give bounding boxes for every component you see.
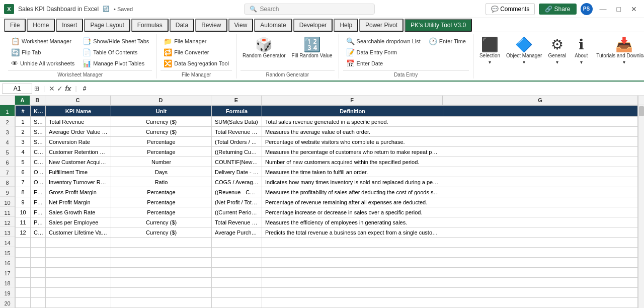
cell-row10-b[interactable]: Financial Metrics — [31, 207, 46, 217]
formula-confirm-icon[interactable]: ✓ — [57, 85, 63, 93]
cell-row1-b[interactable]: Sales Performance — [31, 117, 46, 127]
col-header-f[interactable]: F — [262, 96, 443, 105]
cell-row12-d[interactable]: Currency ($) — [111, 227, 212, 238]
cell-row1-a[interactable]: 1 — [16, 117, 31, 127]
enter-time-btn[interactable]: 🕐 Enter Time — [426, 36, 469, 46]
show-hide-tabs-btn[interactable]: 📑 Show/Hide Sheet Tabs — [79, 36, 152, 46]
cell-row5-a[interactable]: 5 — [16, 157, 31, 167]
file-manager-btn[interactable]: 📁 File Manager — [160, 36, 232, 46]
cell-row6-f[interactable]: Measures the time taken to fulfill an or… — [262, 167, 443, 177]
cell-row11-d[interactable]: Currency ($) — [111, 217, 212, 227]
object-manager-btn[interactable]: 🔷 Object Manager ▾ — [504, 36, 544, 66]
cell-row8-c[interactable]: Gross Profit Margin — [46, 187, 111, 197]
cell-row12-a[interactable]: 12 — [16, 227, 31, 238]
search-input[interactable] — [260, 6, 361, 13]
cell-row9-c[interactable]: Net Profit Margin — [46, 197, 111, 207]
fill-random-btn[interactable]: 🔢 Fill Random Value — [290, 36, 335, 60]
cell-row7-b[interactable]: Operational Metrics — [31, 177, 46, 187]
cell-row6-b[interactable]: Operational Metrics — [31, 167, 46, 177]
cell-row2-e[interactable]: Total Revenue / Total Orders — [212, 127, 262, 137]
searchable-dropdown-btn[interactable]: 🔍 Searchable dropdown List — [343, 36, 424, 46]
manage-pivot-btn[interactable]: 📊 Manage Pivot Tables — [79, 58, 152, 68]
flip-tab-btn[interactable]: 🔄 Flip Tab — [8, 47, 77, 57]
cell-row11-f[interactable]: Measures the efficiency of employees in … — [262, 217, 443, 227]
cell-row11-b[interactable]: Productivity — [31, 217, 46, 227]
header-definition[interactable]: Definition — [262, 106, 443, 117]
header-kpi-group[interactable]: KPI Group — [31, 106, 46, 117]
cell-row10-c[interactable]: Sales Growth Rate — [46, 207, 111, 217]
cell-row10-e[interactable]: ((Current Period Sales - Previous Period… — [212, 207, 262, 217]
cell-row10-a[interactable]: 10 — [16, 207, 31, 217]
menu-pk-utility[interactable]: PK's Utility Tool V3.0 — [405, 19, 472, 32]
cell-row5-b[interactable]: Customer Metrics — [31, 157, 46, 167]
menu-page-layout[interactable]: Page Layout — [84, 19, 130, 32]
cell-row8-e[interactable]: ((Revenue - COGS) / Revenue) * 100 — [212, 187, 262, 197]
cell-row5-e[interactable]: COUNTIF(New Customers) — [212, 157, 262, 167]
cell-row3-e[interactable]: (Total Orders / Total Visits) * 100 — [212, 137, 262, 147]
col-header-d[interactable]: D — [111, 96, 211, 105]
menu-insert[interactable]: Insert — [56, 19, 83, 32]
cell-row7-d[interactable]: Ratio — [111, 177, 212, 187]
menu-data[interactable]: Data — [170, 19, 194, 32]
header-formula[interactable]: Formula — [212, 106, 262, 117]
restore-button[interactable]: □ — [614, 4, 624, 14]
scroll-thumb[interactable] — [639, 106, 644, 116]
minimize-button[interactable]: — — [597, 4, 610, 14]
cell-row6-c[interactable]: Fulfillment Time — [46, 167, 111, 177]
cell-row6-e[interactable]: Delivery Date - Order Date — [212, 167, 262, 177]
cell-row1-c[interactable]: Total Revenue — [46, 117, 111, 127]
cell-row8-d[interactable]: Percentage — [111, 187, 212, 197]
data-entry-form-btn[interactable]: 📝 Data Entry Form — [343, 47, 424, 57]
header-unit[interactable]: Unit — [111, 106, 212, 117]
col-header-e[interactable]: E — [211, 96, 262, 105]
cell-row12-f[interactable]: Predicts the total revenue a business ca… — [262, 227, 443, 238]
col-header-a[interactable]: A — [15, 96, 30, 105]
cell-row8-f[interactable]: Measures the profitability of sales afte… — [262, 187, 443, 197]
cell-row12-c[interactable]: Customer Lifetime Value (CLV) — [46, 227, 111, 238]
cell-row8-b[interactable]: Financial Metrics — [31, 187, 46, 197]
menu-home[interactable]: Home — [27, 19, 55, 32]
cell-row10-f[interactable]: Percentage increase or decrease in sales… — [262, 207, 443, 217]
cell-row3-c[interactable]: Conversion Rate — [46, 137, 111, 147]
cell-row7-e[interactable]: COGS / Average Inventory — [212, 177, 262, 187]
cell-row3-f[interactable]: Percentage of website visitors who compl… — [262, 137, 443, 147]
cell-row11-c[interactable]: Sales per Employee — [46, 217, 111, 227]
enter-date-btn[interactable]: 📅 Enter Date — [343, 58, 424, 68]
menu-automate[interactable]: Automate — [254, 19, 292, 32]
cell-row7-f[interactable]: Indicates how many times inventory is so… — [262, 177, 443, 187]
general-btn[interactable]: ⚙ General ▾ — [546, 36, 568, 66]
cell-row4-a[interactable]: 4 — [16, 147, 31, 157]
cell-row11-a[interactable]: 11 — [16, 217, 31, 227]
cell-reference[interactable] — [2, 84, 32, 94]
cell-row9-e[interactable]: (Net Profit / Total Revenue) * 100 — [212, 197, 262, 207]
cell-row4-d[interactable]: Percentage — [111, 147, 212, 157]
cell-row2-c[interactable]: Average Order Value (AOV) — [46, 127, 111, 137]
vertical-scrollbar[interactable] — [638, 105, 644, 308]
header-kpi-name[interactable]: KPI Name — [46, 106, 111, 117]
random-generator-btn[interactable]: 🎲 Random Generator — [240, 36, 288, 60]
cell-row4-f[interactable]: Measures the percentage of customers who… — [262, 147, 443, 157]
menu-formulas[interactable]: Formulas — [131, 19, 169, 32]
search-box[interactable]: 🔍 — [244, 4, 375, 15]
cell-row3-d[interactable]: Percentage — [111, 137, 212, 147]
header-hash[interactable]: # — [16, 106, 31, 117]
cell-row5-f[interactable]: Number of new customers acquired within … — [262, 157, 443, 167]
cell-row11-e[interactable]: Total Revenue / Number of Employees — [212, 217, 262, 227]
close-button[interactable]: ✕ — [628, 4, 640, 14]
cell-row4-c[interactable]: Customer Retention Rate — [46, 147, 111, 157]
about-btn[interactable]: ℹ About ▾ — [570, 36, 592, 66]
cell-row2-f[interactable]: Measures the average value of each order… — [262, 127, 443, 137]
formula-cancel-icon[interactable]: ✕ — [49, 85, 55, 93]
menu-file[interactable]: File — [4, 19, 26, 32]
menu-help[interactable]: Help — [334, 19, 358, 32]
col-header-g[interactable]: G — [443, 96, 638, 105]
cell-row3-a[interactable]: 3 — [16, 137, 31, 147]
cell-row1-f[interactable]: Total sales revenue generated in a speci… — [262, 117, 443, 127]
cell-row12-e[interactable]: Average Purchase Value × Purchase Freque… — [212, 227, 262, 238]
cell-row5-d[interactable]: Number — [111, 157, 212, 167]
file-converter-btn[interactable]: 🔁 File Converter — [160, 47, 232, 57]
cell-row9-b[interactable]: Financial Metrics — [31, 197, 46, 207]
cell-row3-b[interactable]: Sales Performance — [31, 137, 46, 147]
cell-row9-a[interactable]: 9 — [16, 197, 31, 207]
formula-input[interactable] — [81, 84, 642, 93]
